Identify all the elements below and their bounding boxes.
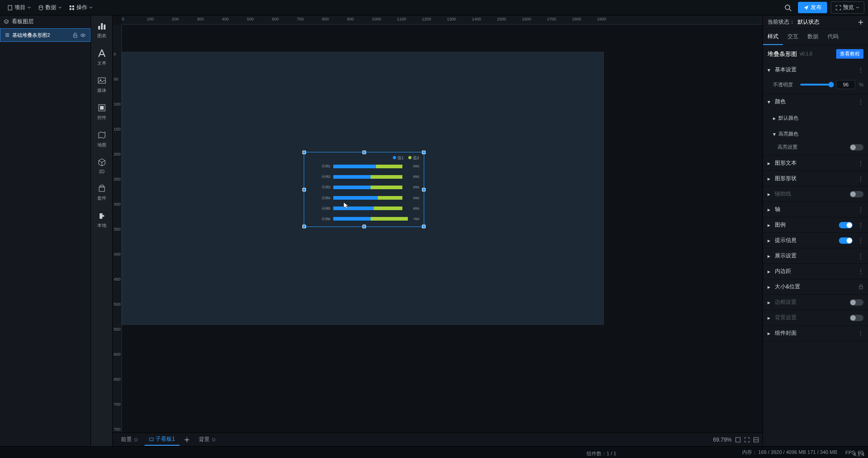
layer-panel-header: 看板图层 [0,15,90,28]
more-icon[interactable]: ⋮ [858,206,863,213]
resize-handle-e[interactable] [422,188,426,191]
legend-label-1: 值1 [397,156,404,160]
section-basic-title: 基本设置 [775,66,855,74]
section-legend[interactable]: ▸图例⋮ [763,217,868,232]
more-icon[interactable]: ⋮ [858,253,863,259]
section-border[interactable]: ▸边框设置 [763,295,868,310]
section-guide-line[interactable]: ▸辅助线 [763,186,868,201]
selection-box[interactable]: 值1 值2 示例1650示例2650示例3650示例4650示例5650示例67… [304,152,424,227]
legend-switch[interactable] [839,222,853,228]
resize-handle-sw[interactable] [302,225,306,228]
fullscreen-icon[interactable] [744,437,750,443]
unlock-icon[interactable] [73,33,78,38]
eye-icon[interactable] [80,33,85,38]
highlight-setting-label: 高亮设置 [778,144,798,151]
tab-foreground[interactable]: 前景 [116,434,143,445]
guideline-switch[interactable] [850,191,863,197]
layer-item[interactable]: 基础堆叠条形图2 [0,28,90,42]
puzzle-icon [97,211,107,221]
sub-highlight-color[interactable]: ▾ 高亮颜色 [768,128,863,140]
chart-row: 示例4650 [318,196,419,200]
more-icon[interactable]: ⋮ [858,99,863,105]
resize-handle-n[interactable] [362,151,366,154]
more-icon[interactable]: ⋮ [858,237,863,244]
drag-icon [5,33,10,37]
tool-text[interactable]: 文本 [93,46,111,68]
section-color-header[interactable]: ▾ 颜色 ⋮ [763,94,868,109]
chevron-down-icon [856,6,859,10]
resize-handle-s[interactable] [362,225,366,228]
tool-kit[interactable]: 套件 [93,181,111,203]
chart-bar-seg1 [333,175,371,179]
section-color: ▾ 颜色 ⋮ ▸ 默认颜色 ▾ 高亮颜色 高亮设置 [763,94,868,156]
section-graphic-text[interactable]: ▸图形文本⋮ [763,156,868,171]
tab-code[interactable]: 代码 [823,29,843,45]
stacked-bar-chart: 值1 值2 示例1650示例2650示例3650示例4650示例5650示例67… [307,155,421,224]
search-icon [784,4,792,11]
tooltip-switch[interactable] [839,237,853,244]
section-display[interactable]: ▸展示设置⋮ [763,248,868,263]
tab-subboard-label: 子看板1 [156,435,175,443]
chart-category: 示例6 [318,216,331,221]
tab-subboard[interactable]: 子看板1 [145,433,180,446]
fit-icon[interactable] [735,437,741,443]
section-axis[interactable]: ▸轴⋮ [763,202,868,217]
resize-handle-w[interactable] [302,188,306,191]
section-tooltip[interactable]: ▸提示信息⋮ [763,233,868,248]
tab-add[interactable] [181,435,192,444]
tool-local[interactable]: 本地 [93,209,111,231]
tab-background[interactable]: 背景 [194,434,221,445]
border-switch[interactable] [850,299,863,306]
more-icon[interactable]: ⋮ [858,176,863,182]
state-value: 默认状态 [798,18,819,26]
zoom-controls: 69.79% [713,437,759,443]
preview-button[interactable]: 预览 [831,1,864,14]
tool-media[interactable]: 媒体 [93,74,111,96]
caret-down-icon: ▾ [768,99,772,105]
menu-data[interactable]: 数据 [35,2,65,13]
tutorial-button[interactable]: 查看教程 [836,49,863,59]
plus-icon[interactable] [858,20,863,25]
tool-control[interactable]: 控件 [93,101,111,123]
section-size-pos[interactable]: ▸大小&位置 [763,279,868,294]
tab-menu-icon[interactable] [211,438,216,442]
inspector-tabs: 样式 交互 数据 代码 [763,29,868,45]
tool-text-label: 文本 [97,60,106,66]
resize-handle-se[interactable] [422,225,426,228]
menu-actions[interactable]: 操作 [65,2,96,13]
opacity-slider[interactable] [800,84,833,86]
section-graphic-shape[interactable]: ▸图形形状⋮ [763,171,868,186]
tool-map[interactable]: 地图 [93,128,111,150]
more-icon[interactable]: ⋮ [858,67,863,73]
publish-button[interactable]: 发布 [798,2,827,13]
highlight-switch[interactable] [850,144,863,151]
tab-style[interactable]: 样式 [763,29,783,45]
status-count: 组件数：1 / 1 [587,450,616,457]
menu-project[interactable]: 项目 [4,2,35,13]
layout-icon[interactable] [753,437,759,443]
more-icon[interactable]: ⋮ [858,330,863,337]
tab-menu-icon[interactable] [134,438,138,442]
more-icon[interactable]: ⋮ [858,268,863,275]
section-cover[interactable]: ▸组件封面⋮ [763,326,868,341]
publish-label: 发布 [811,4,822,11]
opacity-input[interactable]: 96 [836,80,855,89]
resize-handle-ne[interactable] [422,151,426,154]
search-button[interactable] [782,1,794,14]
tab-data[interactable]: 数据 [803,29,823,45]
resize-handle-nw[interactable] [302,151,306,154]
tool-3d[interactable]: 3D [93,156,111,176]
section-padding[interactable]: ▸内边距⋮ [763,264,868,279]
lock-icon[interactable] [858,284,863,289]
section-basic-header[interactable]: ▾ 基本设置 ⋮ [763,62,868,77]
more-icon[interactable]: ⋮ [858,160,863,166]
background-switch[interactable] [850,315,863,321]
sub-default-color[interactable]: ▸ 默认颜色 [768,112,863,124]
caret-down-icon: ▾ [768,67,772,73]
section-background[interactable]: ▸背景设置 [763,310,868,325]
tool-chart[interactable]: 图表 [93,19,111,41]
stage[interactable]: 值1 值2 示例1650示例2650示例3650示例4650示例5650示例67… [122,25,763,433]
more-icon[interactable]: ⋮ [858,222,863,228]
tool-media-label: 媒体 [97,87,106,94]
tab-interaction[interactable]: 交互 [783,29,803,45]
